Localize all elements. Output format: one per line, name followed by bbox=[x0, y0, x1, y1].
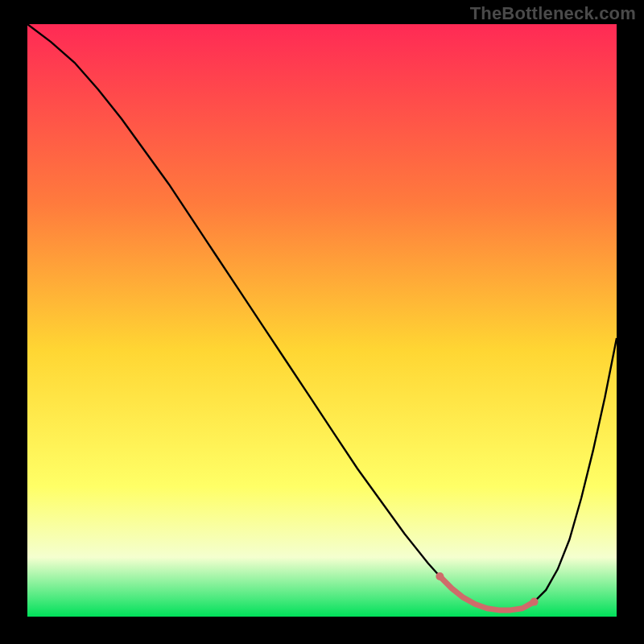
bottleneck-chart bbox=[27, 24, 617, 617]
plot-area bbox=[27, 24, 617, 617]
sweet-spot-end-marker bbox=[530, 598, 539, 606]
chart-frame: TheBottleneck.com bbox=[0, 0, 644, 644]
sweet-spot-start-marker bbox=[436, 572, 444, 580]
watermark-text: TheBottleneck.com bbox=[470, 3, 636, 24]
